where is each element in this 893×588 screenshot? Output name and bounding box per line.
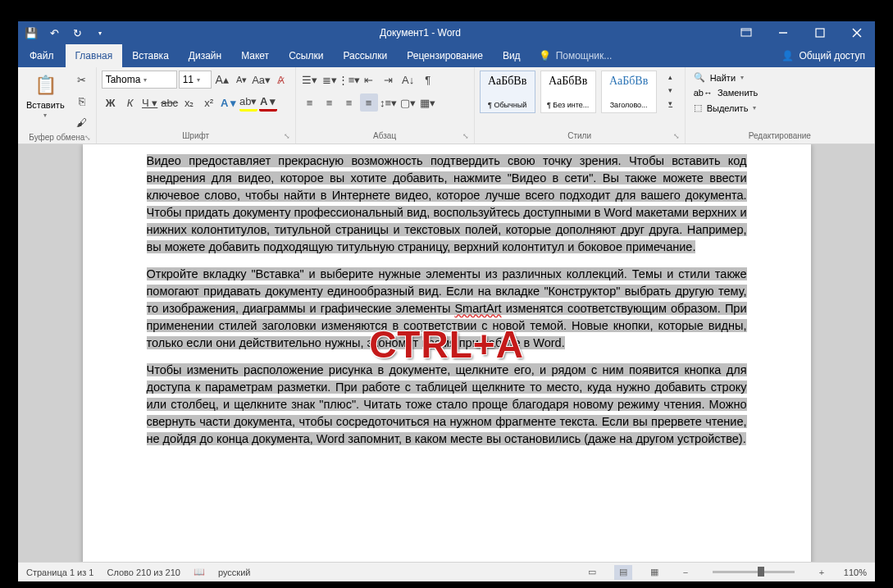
- status-page[interactable]: Страница 1 из 1: [26, 567, 93, 577]
- svg-rect-3: [816, 29, 824, 37]
- status-words[interactable]: Слово 210 из 210: [107, 567, 180, 577]
- style-normal[interactable]: АаБбВв ¶ Обычный: [480, 71, 535, 113]
- svg-rect-0: [741, 29, 751, 36]
- spellcheck-icon[interactable]: 📖: [194, 567, 205, 577]
- tab-layout[interactable]: Макет: [231, 44, 279, 67]
- grow-font-icon[interactable]: A▴: [213, 71, 231, 89]
- sort-icon[interactable]: A↓: [399, 71, 417, 89]
- subscript-button[interactable]: x₂: [180, 93, 198, 112]
- shrink-font-icon[interactable]: A▾: [233, 71, 251, 89]
- redo-icon[interactable]: ↻: [71, 26, 84, 39]
- change-case-icon[interactable]: Aa▾: [253, 71, 271, 89]
- zoom-out-button[interactable]: −: [677, 565, 695, 580]
- maximize-button[interactable]: [801, 21, 838, 44]
- search-icon: 🔍: [694, 72, 705, 83]
- line-spacing-icon[interactable]: ↕≡▾: [380, 93, 398, 112]
- view-print-icon[interactable]: ▤: [614, 565, 632, 580]
- bold-button[interactable]: Ж: [102, 93, 120, 112]
- tab-design[interactable]: Дизайн: [179, 44, 231, 67]
- highlight-icon[interactable]: ab▾: [239, 93, 257, 112]
- ribbon-tabs: Файл Главная Вставка Дизайн Макет Ссылки…: [18, 44, 875, 67]
- font-name-combo[interactable]: Tahoma▾: [102, 71, 177, 89]
- borders-icon[interactable]: ▦▾: [419, 93, 437, 112]
- italic-button[interactable]: К: [121, 93, 139, 112]
- clear-format-icon[interactable]: A̷: [272, 71, 290, 89]
- ribbon: 📋 Вставить ▾ ✂ ⎘ 🖌 Буфер обмена⤡ Tahoma▾…: [18, 67, 875, 144]
- bulb-icon: 💡: [539, 50, 551, 62]
- paragraph[interactable]: Откройте вкладку "Вставка" и выберите ну…: [147, 266, 747, 352]
- page[interactable]: Видео предоставляет прекрасную возможнос…: [83, 144, 811, 562]
- group-styles: АаБбВв ¶ Обычный АаБбВв ¶ Без инте... Аа…: [475, 67, 686, 144]
- tab-review[interactable]: Рецензирование: [397, 44, 493, 67]
- window-title: Документ1 - Word: [113, 27, 727, 39]
- text-effects-icon[interactable]: A ▾: [220, 93, 238, 112]
- font-color-icon[interactable]: A ▾: [259, 93, 277, 112]
- cut-icon[interactable]: ✂: [73, 71, 91, 89]
- style-no-spacing[interactable]: АаБбВв ¶ Без инте...: [540, 71, 596, 113]
- zoom-level[interactable]: 110%: [844, 567, 867, 577]
- view-web-icon[interactable]: ▦: [645, 565, 663, 580]
- show-marks-icon[interactable]: ¶: [419, 71, 437, 89]
- replace-button[interactable]: ab↔Заменить: [690, 86, 762, 99]
- status-bar: Страница 1 из 1 Слово 210 из 210 📖 русск…: [18, 562, 875, 581]
- ribbon-options-icon[interactable]: [727, 21, 764, 44]
- copy-icon[interactable]: ⎘: [73, 92, 91, 110]
- title-bar: 💾 ↶ ↻ ▾ Документ1 - Word: [18, 21, 875, 44]
- replace-icon: ab↔: [694, 88, 713, 98]
- qat-dropdown-icon[interactable]: ▾: [93, 26, 107, 39]
- increase-indent-icon[interactable]: ⇥: [380, 71, 398, 89]
- zoom-in-button[interactable]: +: [813, 565, 831, 580]
- view-read-icon[interactable]: ▭: [583, 565, 601, 580]
- font-size-combo[interactable]: 11▾: [179, 71, 212, 89]
- find-button[interactable]: 🔍Найти▾: [690, 71, 747, 84]
- dialog-launcher-icon[interactable]: ⤡: [284, 132, 290, 140]
- dialog-launcher-icon[interactable]: ⤡: [84, 134, 91, 142]
- justify-icon[interactable]: ≡: [360, 93, 378, 112]
- share-icon: 👤: [781, 50, 794, 62]
- tab-mailings[interactable]: Рассылки: [333, 44, 397, 67]
- format-painter-icon[interactable]: 🖌: [73, 113, 91, 131]
- undo-icon[interactable]: ↶: [48, 26, 61, 39]
- styles-up-icon[interactable]: ▴: [662, 71, 680, 84]
- styles-down-icon[interactable]: ▾: [662, 84, 680, 97]
- tab-view[interactable]: Вид: [493, 44, 531, 67]
- zoom-slider[interactable]: [713, 571, 795, 573]
- document-area[interactable]: Видео предоставляет прекрасную возможнос…: [18, 144, 875, 562]
- numbering-icon[interactable]: ≣▾: [321, 71, 339, 89]
- align-center-icon[interactable]: ≡: [321, 93, 339, 112]
- cursor-icon: ⬚: [694, 103, 702, 113]
- dialog-launcher-icon[interactable]: ⤡: [673, 132, 680, 140]
- paragraph[interactable]: Видео предоставляет прекрасную возможнос…: [147, 153, 747, 256]
- multilevel-icon[interactable]: ⋮≡▾: [340, 71, 358, 89]
- superscript-button[interactable]: x²: [200, 93, 218, 112]
- status-language[interactable]: русский: [218, 567, 250, 577]
- minimize-button[interactable]: [764, 21, 801, 44]
- shading-icon[interactable]: ▢▾: [399, 93, 417, 112]
- dialog-launcher-icon[interactable]: ⤡: [462, 132, 469, 140]
- save-icon[interactable]: 💾: [25, 26, 38, 39]
- paragraph[interactable]: Чтобы изменить расположение рисунка в до…: [147, 362, 747, 448]
- group-editing: 🔍Найти▾ ab↔Заменить ⬚Выделить▾ Редактиро…: [686, 67, 875, 144]
- paste-button[interactable]: 📋 Вставить ▾: [23, 71, 68, 121]
- group-paragraph: ☰▾ ≣▾ ⋮≡▾ ⇤ ⇥ A↓ ¶ ≡ ≡ ≡ ≡ ↕≡▾ ▢▾ ▦▾: [296, 67, 475, 144]
- underline-button[interactable]: Ч ▾: [141, 93, 159, 112]
- decrease-indent-icon[interactable]: ⇤: [360, 71, 378, 89]
- group-clipboard: 📋 Вставить ▾ ✂ ⎘ 🖌 Буфер обмена⤡: [18, 67, 97, 144]
- close-button[interactable]: [838, 21, 875, 44]
- clipboard-icon: 📋: [32, 72, 58, 98]
- tab-home[interactable]: Главная: [66, 44, 123, 67]
- tab-references[interactable]: Ссылки: [279, 44, 333, 67]
- align-left-icon[interactable]: ≡: [301, 93, 319, 112]
- group-font: Tahoma▾ 11▾ A▴ A▾ Aa▾ A̷ Ж К Ч ▾ abc x₂ …: [97, 67, 296, 144]
- select-button[interactable]: ⬚Выделить▾: [690, 101, 760, 115]
- style-heading[interactable]: АаБбВв Заголово...: [601, 71, 657, 113]
- align-right-icon[interactable]: ≡: [340, 93, 358, 112]
- tab-file[interactable]: Файл: [18, 44, 66, 67]
- tab-insert[interactable]: Вставка: [122, 44, 179, 67]
- chevron-down-icon: ▾: [43, 112, 47, 119]
- tell-me-box[interactable]: 💡Помощник...: [531, 44, 621, 67]
- share-button[interactable]: 👤Общий доступ: [772, 44, 875, 67]
- strike-button[interactable]: abc: [161, 93, 179, 112]
- styles-more-icon[interactable]: ▾̲: [662, 97, 680, 110]
- bullets-icon[interactable]: ☰▾: [301, 71, 319, 89]
